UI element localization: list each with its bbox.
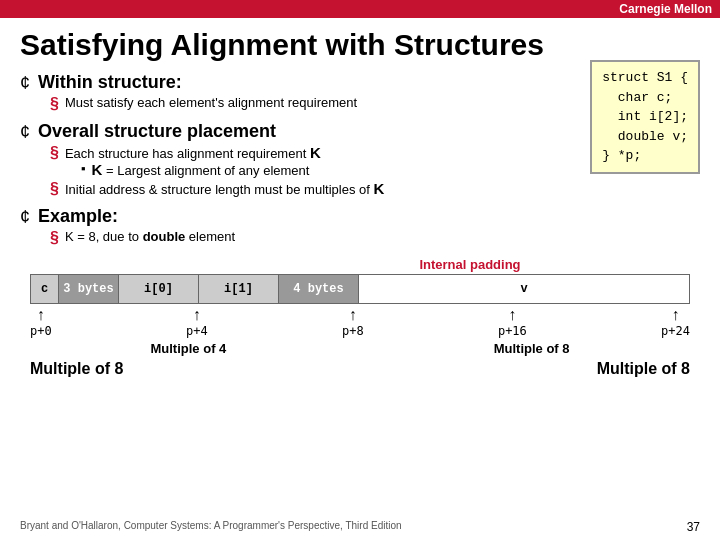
memory-diagram: Internal padding c 3 bytes i[0] i[1] 4 b…: [20, 257, 700, 356]
cell-i0: i[0]: [119, 275, 199, 303]
example-sublist: § K = 8, due to double element: [50, 229, 700, 247]
carnegie-mellon-label: Carnegie Mellon: [619, 2, 712, 16]
offsets-row: ↑ p+0 ↑ p+4 ↑ p+8 ↑ p+16 ↑ p+24: [30, 306, 690, 338]
bottom-multiples-row: Multiple of 8 Multiple of 8: [20, 360, 700, 378]
section-overall-title: Overall structure placement: [38, 121, 276, 141]
bullet-overall: ¢: [20, 122, 30, 143]
multiples-row-1: Multiple of 4 Multiple of 8: [30, 340, 690, 356]
offset-p16: ↑ p+16: [498, 306, 527, 338]
section-within-title: Within structure:: [38, 72, 182, 92]
red-bullet-3: §: [50, 180, 59, 198]
code-line-1: struct S1 {: [602, 68, 688, 88]
internal-padding-label: Internal padding: [250, 257, 690, 272]
bullet-within: ¢: [20, 73, 30, 94]
bottom-mult-left: Multiple of 8: [30, 360, 123, 378]
offset-p24: ↑ p+24: [661, 306, 690, 338]
footer: Bryant and O'Hallaron, Computer Systems:…: [0, 520, 720, 534]
memory-bar: c 3 bytes i[0] i[1] 4 bytes v: [30, 274, 690, 304]
offset-p0: ↑ p+0: [30, 306, 52, 338]
top-bar: Carnegie Mellon: [0, 0, 720, 18]
k-label-1: K: [310, 144, 321, 161]
overall-item-2-text: Initial address & structure length must …: [65, 180, 384, 197]
cell-i1: i[1]: [199, 275, 279, 303]
overall-subsubitem-1: ▪ K = Largest alignment of any element: [81, 161, 321, 178]
overall-item-1-content: Each structure has alignment requirement…: [65, 144, 321, 178]
section-example: ¢ Example: § K = 8, due to double elemen…: [20, 206, 700, 249]
within-item-1-text: Must satisfy each element's alignment re…: [65, 95, 357, 110]
red-bullet-4: §: [50, 229, 59, 247]
bottom-mult-right: Multiple of 8: [597, 360, 690, 378]
code-line-5: } *p;: [602, 146, 688, 166]
code-box: struct S1 { char c; int i[2]; double v; …: [590, 60, 700, 174]
overall-subsubitem-1-text: K = Largest alignment of any element: [92, 161, 310, 178]
red-bullet-2: §: [50, 144, 59, 162]
code-line-4: double v;: [602, 127, 688, 147]
bullet-example: ¢: [20, 207, 30, 228]
overall-item-2: § Initial address & structure length mus…: [50, 180, 700, 198]
mult-of-4-label: Multiple of 4: [30, 340, 347, 356]
example-item-1: § K = 8, due to double element: [50, 229, 700, 247]
cell-3bytes: 3 bytes: [59, 275, 119, 303]
dash-bullet-1: ▪: [81, 161, 86, 176]
code-line-2: char c;: [602, 88, 688, 108]
section-example-content: Example: § K = 8, due to double element: [38, 206, 700, 249]
cell-4bytes: 4 bytes: [279, 275, 359, 303]
section-example-title: Example:: [38, 206, 118, 226]
code-line-3: int i[2];: [602, 107, 688, 127]
cell-c: c: [31, 275, 59, 303]
footer-page: 37: [687, 520, 700, 534]
page-title: Satisfying Alignment with Structures: [20, 28, 700, 62]
offset-p8: ↑ p+8: [342, 306, 364, 338]
offset-p4: ↑ p+4: [186, 306, 208, 338]
footer-citation: Bryant and O'Hallaron, Computer Systems:…: [20, 520, 402, 534]
example-item-1-text: K = 8, due to double element: [65, 229, 235, 244]
mult-of-8-mid-label: Multiple of 8: [373, 340, 690, 356]
red-bullet-1: §: [50, 95, 59, 113]
cell-v: v: [359, 275, 689, 303]
